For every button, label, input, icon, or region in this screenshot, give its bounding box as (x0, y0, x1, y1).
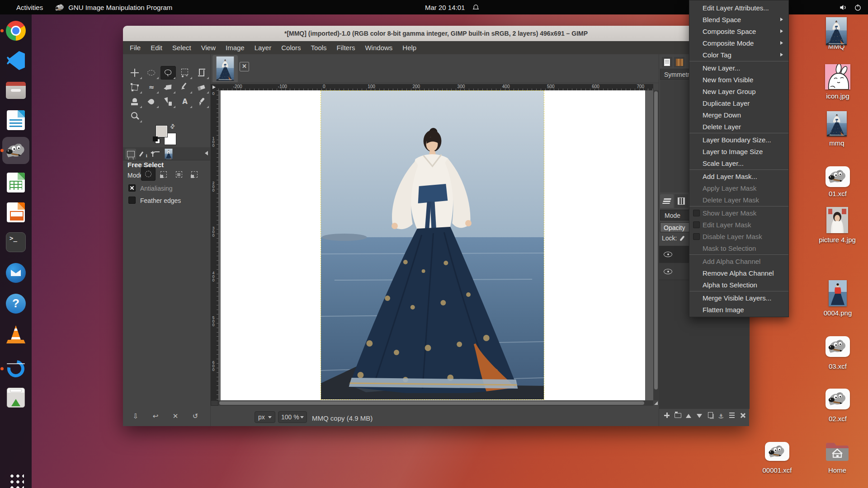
context-menu-item-new-from-visible[interactable]: New from Visible (689, 74, 788, 85)
context-menu-item-new-layer[interactable]: New Layer... (689, 62, 788, 74)
free-select-tool[interactable] (160, 66, 176, 80)
menu-image[interactable]: Image (221, 41, 250, 54)
mode-add-button[interactable] (159, 170, 168, 179)
navigation-button[interactable] (653, 400, 659, 406)
context-menu-item-edit-layer-attributes[interactable]: Edit Layer Attributes... (689, 2, 788, 14)
zoom-tool[interactable] (127, 109, 142, 123)
mode-subtract-button[interactable] (175, 170, 184, 179)
tab-device-status[interactable] (138, 149, 149, 160)
anchor-layer-button[interactable]: ⚓ (716, 411, 726, 421)
activities-button[interactable]: Activities (16, 4, 43, 11)
unified-transform-tool[interactable] (127, 80, 142, 94)
ellipse-select-tool[interactable] (144, 66, 159, 80)
tab-document-history[interactable] (662, 57, 672, 67)
context-menu-item-composite-space[interactable]: Composite Space (689, 25, 788, 37)
menu-windows[interactable]: Windows (360, 41, 397, 54)
unit-select[interactable]: px (255, 411, 275, 423)
swap-colors-icon[interactable]: ⇄ (168, 122, 176, 130)
context-menu-item-add-layer-mask[interactable]: Add Layer Mask... (689, 170, 788, 182)
clock[interactable]: Mar 20 14:01 (425, 4, 465, 11)
foreground-color-swatch[interactable] (156, 125, 168, 137)
dock-item-gimp[interactable] (2, 137, 29, 164)
restore-tool-preset-button[interactable]: ↩ (150, 411, 161, 421)
layer-visibility-eye-icon[interactable] (664, 269, 672, 274)
menu-view[interactable]: View (196, 41, 221, 54)
duplicate-layer-button[interactable] (705, 411, 715, 421)
context-menu-item-new-layer-group[interactable]: New Layer Group (689, 85, 788, 97)
bucket-fill-tool[interactable] (160, 80, 176, 94)
default-colors-icon[interactable] (153, 136, 158, 141)
image-tab[interactable] (212, 55, 238, 82)
power-icon[interactable] (854, 4, 862, 11)
vertical-ruler[interactable]: 0100200300400500600700 (211, 90, 218, 400)
image-tab-close-button[interactable]: ✕ (240, 62, 249, 71)
quick-mask-toggle[interactable] (211, 400, 218, 406)
notification-bell-icon[interactable] (472, 4, 480, 11)
dock-item-terminal[interactable] (4, 230, 28, 254)
desktop-icon-mmq[interactable] (826, 17, 847, 45)
desktop-icon-02-xcf[interactable] (826, 389, 850, 409)
menu-help[interactable]: Help (397, 41, 421, 54)
delete-tool-preset-button[interactable]: ✕ (170, 411, 181, 421)
lower-layer-button[interactable] (694, 411, 704, 421)
desktop-icon-01-xcf[interactable] (826, 166, 850, 187)
dock-item-trash[interactable] (4, 386, 28, 409)
text-tool[interactable]: A (177, 95, 193, 108)
volume-icon[interactable] (839, 3, 848, 12)
crop-tool[interactable] (194, 66, 209, 80)
desktop-icon-mmq[interactable] (827, 111, 847, 136)
dock-item-vscode[interactable] (4, 49, 28, 72)
new-layer-button[interactable] (662, 411, 672, 421)
dock-item-writer[interactable] (4, 108, 28, 132)
canvas-viewport[interactable] (218, 90, 653, 400)
color-picker-tool[interactable] (194, 95, 209, 108)
desktop-icon-0004-png[interactable] (829, 280, 847, 306)
dock-item-thunderbird[interactable] (4, 261, 28, 285)
desktop-icon-home[interactable] (824, 439, 850, 462)
ruler-origin-button[interactable] (211, 84, 218, 90)
tab-layers[interactable] (660, 194, 674, 208)
warp-transform-tool[interactable]: ≈ (144, 80, 159, 94)
dock-item-calc[interactable] (4, 171, 28, 194)
dock-item-help[interactable] (4, 292, 28, 315)
desktop-icon-icon-jpg[interactable] (825, 64, 850, 89)
antialiasing-checkbox[interactable] (128, 184, 136, 192)
select-by-color-tool[interactable] (177, 66, 193, 80)
tab-channels[interactable] (675, 194, 688, 208)
desktop-icon-00001-xcf[interactable] (765, 442, 789, 461)
move-tool[interactable] (127, 66, 142, 80)
context-menu-item-alpha-to-selection[interactable]: Alpha to Selection (689, 279, 788, 291)
context-menu-item-layer-to-image-size[interactable]: Layer to Image Size (689, 145, 788, 157)
dock-item-files[interactable] (4, 79, 28, 102)
dock-item-app-grid[interactable] (4, 468, 28, 488)
context-menu-item-scale-layer[interactable]: Scale Layer... (689, 157, 788, 169)
context-menu-item-delete-layer[interactable]: Delete Layer (689, 121, 788, 132)
eraser-tool[interactable] (194, 80, 209, 94)
dock-item-chrome[interactable] (4, 19, 28, 42)
feather-edges-checkbox[interactable] (128, 197, 136, 204)
new-layer-group-button[interactable] (673, 411, 683, 421)
save-tool-preset-button[interactable]: ⇩ (130, 411, 141, 421)
tab-image-thumbnail[interactable] (163, 149, 174, 160)
context-menu-item-merge-visible-layers[interactable]: Merge Visible Layers... (689, 292, 788, 304)
smudge-tool[interactable] (144, 95, 159, 108)
dock-item-impress[interactable] (4, 201, 28, 224)
menu-colors[interactable]: Colors (276, 41, 306, 54)
paintbrush-tool[interactable] (177, 80, 193, 94)
delete-layer-button[interactable] (738, 411, 748, 421)
tab-tool-options[interactable] (125, 149, 136, 160)
reset-tool-options-button[interactable]: ↺ (190, 411, 201, 421)
context-menu-item-flatten-image[interactable]: Flatten Image (689, 304, 788, 315)
context-menu-item-duplicate-layer[interactable]: Duplicate Layer (689, 97, 788, 109)
menu-filters[interactable]: Filters (332, 41, 360, 54)
desktop-icon-picture-4-jpg[interactable] (826, 207, 848, 233)
desktop-icon-03-xcf[interactable] (826, 336, 850, 357)
menu-file[interactable]: File (125, 41, 146, 54)
context-menu-item-layer-boundary-size[interactable]: Layer Boundary Size... (689, 134, 788, 145)
menu-select[interactable]: Select (167, 41, 196, 54)
context-menu-item-remove-alpha-channel[interactable]: Remove Alpha Channel (689, 267, 788, 279)
clone-tool[interactable] (127, 95, 142, 108)
tab-menu-arrow-icon[interactable] (205, 151, 208, 155)
lock-pixels-icon[interactable] (680, 235, 685, 241)
zoom-select[interactable]: 100 % (278, 411, 307, 423)
